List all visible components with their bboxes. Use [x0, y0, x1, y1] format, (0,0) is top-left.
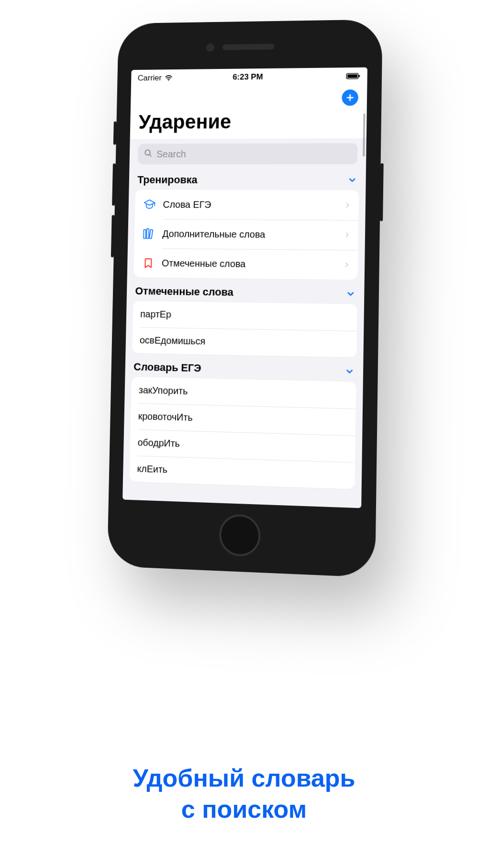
add-button[interactable]: [342, 90, 358, 106]
word-item[interactable]: освЕдомишься: [132, 327, 357, 358]
chevron-down-icon: [347, 175, 357, 185]
chevron-right-icon: [344, 202, 351, 208]
screen: Carrier 6:23 PM: [122, 68, 367, 508]
svg-rect-6: [144, 230, 146, 239]
svg-rect-8: [149, 229, 153, 238]
side-button: [112, 163, 116, 205]
phone-camera: [206, 43, 214, 52]
page-title: Ударение: [138, 110, 358, 134]
training-card: Слова ЕГЭ Дополнительные слова: [133, 190, 359, 280]
word-label: освЕдомишься: [140, 335, 349, 349]
ege-card: закУпорить кровоточИть ободрИть клЕить: [130, 377, 356, 489]
books-icon: [142, 226, 156, 241]
search-icon: [144, 148, 153, 160]
svg-rect-7: [146, 229, 149, 238]
home-button[interactable]: [219, 514, 261, 557]
battery-icon: [346, 73, 360, 79]
graduation-cap-icon: [143, 197, 157, 212]
chevron-down-icon: [346, 289, 356, 299]
svg-line-5: [149, 154, 151, 156]
svg-rect-2: [347, 74, 357, 78]
section-title: Тренировка: [137, 174, 198, 186]
section-title: Отмеченные слова: [135, 285, 233, 298]
word-label: ободрИть: [138, 437, 348, 454]
word-label: клЕить: [137, 463, 347, 481]
side-button: [113, 122, 117, 145]
phone-speaker: [222, 44, 275, 50]
section-header-marked[interactable]: Отмеченные слова: [127, 277, 365, 304]
svg-rect-3: [359, 75, 360, 77]
search-input[interactable]: Search: [138, 143, 358, 164]
promo-caption: Удобный словарь с поиском: [0, 763, 488, 825]
row-label: Дополнительные слова: [162, 228, 337, 240]
word-label: партЕр: [140, 309, 349, 323]
chevron-down-icon: [344, 367, 355, 377]
training-item-marked[interactable]: Отмеченные слова: [133, 248, 358, 280]
status-bar: Carrier 6:23 PM: [131, 68, 367, 87]
scroll-indicator[interactable]: [363, 113, 365, 157]
word-item[interactable]: партЕр: [133, 301, 357, 331]
wifi-icon: [165, 74, 173, 82]
word-label: закУпорить: [139, 384, 348, 401]
promo-line-2: с поиском: [0, 794, 488, 825]
side-button: [380, 163, 384, 221]
row-label: Слова ЕГЭ: [163, 199, 337, 211]
chevron-right-icon: [343, 261, 350, 268]
section-header-training[interactable]: Тренировка: [129, 164, 366, 190]
carrier-label: Carrier: [138, 73, 162, 83]
marked-card: партЕр освЕдомишься: [132, 301, 357, 358]
promo-line-1: Удобный словарь: [0, 763, 488, 794]
svg-point-0: [168, 80, 169, 81]
row-label: Отмеченные слова: [162, 258, 337, 271]
section-title: Словарь ЕГЭ: [133, 361, 201, 374]
bookmark-icon: [141, 256, 155, 270]
training-item-ege[interactable]: Слова ЕГЭ: [135, 190, 359, 220]
training-item-extra[interactable]: Дополнительные слова: [134, 219, 359, 250]
clock: 6:23 PM: [233, 72, 263, 82]
side-button: [111, 215, 115, 257]
chevron-right-icon: [344, 232, 350, 238]
phone-frame: Carrier 6:23 PM: [107, 19, 383, 577]
search-placeholder: Search: [156, 148, 186, 159]
word-label: кровоточИть: [138, 411, 348, 428]
